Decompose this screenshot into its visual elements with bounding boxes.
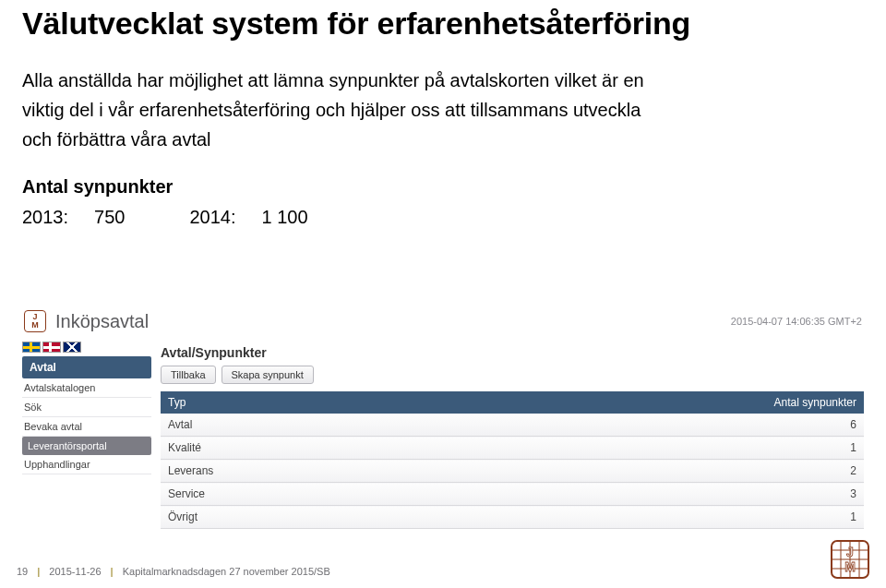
stat-year-2-value: 1 100 [262, 207, 308, 228]
sidebar-item-bevaka-avtal[interactable]: Bevaka avtal [22, 417, 151, 437]
flag-norway-icon[interactable] [42, 342, 61, 353]
table-header-row: Typ Antal synpunkter [161, 391, 864, 414]
main-panel: Avtal/Synpunkter Tillbaka Skapa synpunkt… [161, 342, 864, 529]
cell-count: 3 [725, 483, 864, 506]
col-header-antal[interactable]: Antal synpunkter [725, 391, 864, 414]
create-comment-button[interactable]: Skapa synpunkt [222, 366, 314, 384]
flag-sweden-icon[interactable] [22, 342, 41, 353]
svg-text:M: M [844, 559, 856, 574]
cell-count: 1 [725, 437, 864, 460]
subheading: Antal synpunkter [22, 176, 864, 198]
cell-type: Leverans [161, 460, 725, 483]
table-row[interactable]: Kvalité 1 [161, 437, 864, 460]
body-line-2: viktig del i vår erfarenhetsåterföring o… [22, 97, 687, 123]
footer-separator-icon: | [37, 566, 40, 577]
slide-title: Välutvecklat system för erfarenhetsåterf… [22, 0, 864, 67]
flag-uk-icon[interactable] [63, 342, 81, 353]
sidebar-item-leverantorsportal[interactable]: Leverantörsportal [22, 437, 151, 455]
app-window: J M Inköpsavtal 2015-04-07 14:06:35 GMT+… [22, 305, 864, 529]
section-title: Avtal/Synpunkter [161, 342, 864, 366]
body-line-1: Alla anställda har möjlighet att lämna s… [22, 67, 687, 93]
svg-text:J: J [846, 545, 854, 559]
stat-2013: 2013: 750 [22, 207, 125, 228]
table-row[interactable]: Leverans 2 [161, 460, 864, 483]
logo-letter-bottom: M [31, 321, 39, 330]
table-row[interactable]: Övrigt 1 [161, 506, 864, 529]
sidebar-item-avtalskatalogen[interactable]: Avtalskatalogen [22, 378, 151, 398]
footer-separator-icon: | [111, 566, 114, 577]
page-number: 19 [17, 566, 28, 577]
cell-type: Service [161, 483, 725, 506]
stats-row: 2013: 750 2014: 1 100 [22, 207, 864, 228]
synpunkter-table: Typ Antal synpunkter Avtal 6 Kvalité 1 L… [161, 391, 864, 529]
cell-type: Avtal [161, 414, 725, 437]
stat-year-1-label: 2013: [22, 207, 68, 228]
back-button[interactable]: Tillbaka [161, 366, 216, 384]
jm-corner-logo-icon: J M [831, 540, 869, 579]
cell-count: 1 [725, 506, 864, 529]
cell-type: Kvalité [161, 437, 725, 460]
app-timestamp: 2015-04-07 14:06:35 GMT+2 [731, 316, 862, 327]
sidebar-item-upphandlingar[interactable]: Upphandlingar [22, 455, 151, 474]
body-paragraph: Alla anställda har möjlighet att lämna s… [22, 67, 687, 152]
slide-footer: 19 | 2015-11-26 | Kapitalmarknadsdagen 2… [17, 566, 330, 577]
col-header-typ[interactable]: Typ [161, 391, 725, 414]
cell-count: 6 [725, 414, 864, 437]
footer-date: 2015-11-26 [49, 566, 101, 577]
sidebar: Avtal Avtalskatalogen Sök Bevaka avtal L… [22, 342, 151, 529]
stat-year-2-label: 2014: [189, 207, 235, 228]
app-title: Inköpsavtal [55, 311, 149, 332]
app-titlebar: J M Inköpsavtal 2015-04-07 14:06:35 GMT+… [22, 305, 864, 342]
jm-logo-icon: J M [24, 310, 46, 332]
table-row[interactable]: Service 3 [161, 483, 864, 506]
sidebar-item-sok[interactable]: Sök [22, 398, 151, 417]
body-line-3: och förbättra våra avtal [22, 126, 687, 152]
stat-2014: 2014: 1 100 [189, 207, 307, 228]
language-flags [22, 342, 151, 353]
cell-type: Övrigt [161, 506, 725, 529]
toolbar: Tillbaka Skapa synpunkt [161, 366, 864, 384]
stat-year-1-value: 750 [94, 207, 125, 228]
cell-count: 2 [725, 460, 864, 483]
footer-caption: Kapitalmarknadsdagen 27 november 2015/SB [123, 566, 330, 577]
table-row[interactable]: Avtal 6 [161, 414, 864, 437]
sidebar-header-avtal: Avtal [22, 356, 151, 378]
